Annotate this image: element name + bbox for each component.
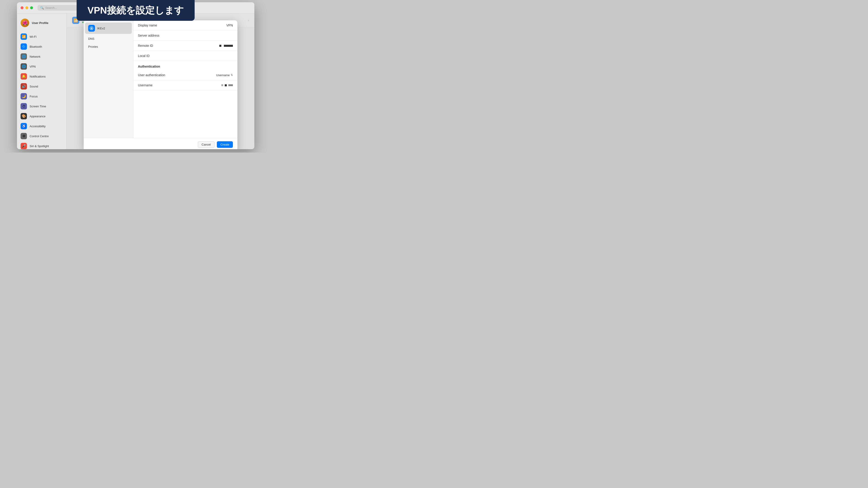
vpn-right-panel: Display name VPN Server address Remote I… — [133, 20, 238, 138]
search-icon: 🔍 — [40, 6, 44, 9]
search-input[interactable]: Search... — [45, 6, 57, 9]
minimize-button[interactable] — [25, 6, 28, 9]
sidebar-item-vpn[interactable]: 🌐 VPN — [17, 62, 66, 71]
notifications-icon: 🔔 — [21, 73, 27, 79]
sidebar-label-siri: Siri & Spotlight — [30, 144, 49, 148]
field-username: Username — [133, 80, 238, 90]
username-label: Username — [138, 84, 221, 87]
maximize-button[interactable] — [30, 6, 33, 9]
focus-icon: 🌙 — [21, 93, 27, 99]
udot1 — [221, 84, 223, 86]
userauth-label: User authentication — [138, 73, 216, 77]
traffic-lights — [21, 6, 33, 9]
remoteid-value[interactable] — [219, 45, 233, 47]
search-bar[interactable]: 🔍 Search... — [37, 5, 78, 11]
controlcentre-icon: ⚙ — [21, 133, 27, 139]
dot1 — [219, 45, 221, 47]
sidebar-item-network[interactable]: 🌐 Network — [17, 52, 66, 62]
vpn-dialog: IKEv2 DNS Proxies Display name — [84, 20, 238, 149]
ikev2-icon — [88, 25, 95, 32]
sidebar-label-controlcentre: Control Centre — [30, 134, 49, 138]
field-remoteid: Remote ID — [133, 41, 238, 51]
sidebar-item-bluetooth[interactable]: 🔷 Bluetooth — [17, 41, 66, 52]
sidebar-item-screentime[interactable]: ⏱ Screen Time — [17, 101, 66, 111]
field-serveraddress: Server address — [133, 31, 238, 41]
tab-ikev2-label: IKEv2 — [97, 27, 105, 30]
dot-redacted — [224, 45, 233, 47]
sidebar-label-network: Network — [30, 55, 40, 58]
udot3 — [228, 84, 233, 86]
sidebar-label-vpn: VPN — [30, 65, 36, 68]
field-userauth: User authentication Username ⇅ — [133, 70, 238, 80]
sidebar-item-appearance[interactable]: 🎨 Appearance — [17, 111, 66, 121]
tab-proxies[interactable]: Proxies — [84, 43, 133, 51]
title-banner-text: VPN接続を設定します — [88, 5, 184, 15]
bluetooth-icon: 🔷 — [21, 43, 27, 50]
main-window: 🔍 Search... 🌺 User Profile 📶 Wi-Fi 🔷 Blu… — [17, 2, 254, 149]
username-value[interactable] — [221, 84, 233, 86]
authentication-header: Authentication — [133, 61, 238, 70]
sidebar-item-sound[interactable]: 🔊 Sound — [17, 82, 66, 91]
cancel-button[interactable]: Cancel — [198, 141, 215, 148]
localid-label: Local ID — [138, 54, 233, 58]
sidebar-item-focus[interactable]: 🌙 Focus — [17, 91, 66, 101]
sidebar-user[interactable]: 🌺 User Profile — [17, 16, 66, 30]
tab-ikev2[interactable]: IKEv2 — [85, 23, 132, 34]
userauth-value: Username — [216, 73, 230, 77]
content-area: 🌺 User Profile 📶 Wi-Fi 🔷 Bluetooth 🌐 Net… — [17, 13, 254, 149]
sidebar-label-wifi: Wi-Fi — [30, 35, 36, 38]
stepper-icon: ⇅ — [230, 73, 233, 77]
field-displayname: Display name VPN — [133, 20, 238, 31]
screentime-icon: ⏱ — [21, 103, 27, 109]
main-content: 📶 Wi-Fi Connected › — [67, 13, 254, 149]
displayname-label: Display name — [138, 24, 226, 27]
create-button[interactable]: Create — [217, 141, 233, 148]
sidebar-label-sound: Sound — [30, 85, 38, 88]
sidebar-label-accessibility: Accessibility — [30, 125, 46, 128]
sidebar: 🌺 User Profile 📶 Wi-Fi 🔷 Bluetooth 🌐 Net… — [17, 13, 67, 149]
sidebar-item-controlcentre[interactable]: ⚙ Control Centre — [17, 131, 66, 141]
title-banner: VPN接続を設定します — [76, 0, 195, 21]
tab-dns[interactable]: DNS — [84, 35, 133, 43]
sidebar-item-accessibility[interactable]: ♿ Accessibility — [17, 121, 66, 131]
appearance-icon: 🎨 — [21, 113, 27, 119]
sidebar-item-notifications[interactable]: 🔔 Notifications — [17, 71, 66, 82]
accessibility-icon: ♿ — [21, 123, 27, 129]
remoteid-label: Remote ID — [138, 44, 219, 47]
displayname-value[interactable]: VPN — [226, 24, 233, 27]
sidebar-label-bluetooth: Bluetooth — [30, 45, 42, 48]
user-name: User Profile — [32, 21, 49, 25]
network-icon: 🌐 — [21, 53, 27, 60]
sidebar-label-focus: Focus — [30, 95, 37, 98]
sidebar-label-appearance: Appearance — [30, 115, 45, 118]
vpn-left-panel: IKEv2 DNS Proxies — [84, 20, 133, 138]
sidebar-label-screentime: Screen Time — [30, 105, 46, 108]
sidebar-item-siri[interactable]: 🎤 Siri & Spotlight — [17, 141, 66, 149]
dialog-buttons: Cancel Create — [84, 138, 238, 149]
sidebar-label-notifications: Notifications — [30, 75, 46, 78]
avatar: 🌺 — [21, 19, 29, 27]
siri-icon: 🎤 — [21, 143, 27, 149]
wifi-icon: 📶 — [21, 33, 27, 40]
vpn-icon: 🌐 — [21, 63, 27, 70]
userauth-select-wrapper[interactable]: Username ⇅ — [216, 73, 233, 77]
sidebar-item-wifi[interactable]: 📶 Wi-Fi — [17, 32, 66, 41]
udot2 — [225, 84, 227, 86]
modal-backdrop: IKEv2 DNS Proxies Display name — [67, 13, 254, 149]
field-localid: Local ID — [133, 51, 238, 61]
sound-icon: 🔊 — [21, 83, 27, 90]
vpn-dialog-inner: IKEv2 DNS Proxies Display name — [84, 20, 238, 138]
serveraddress-label: Server address — [138, 34, 233, 37]
close-button[interactable] — [21, 6, 24, 9]
